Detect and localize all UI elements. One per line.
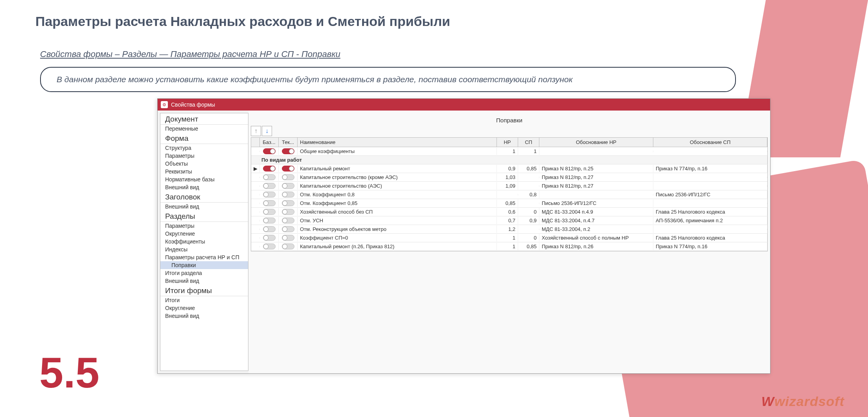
sidebar-item[interactable]: Округление (160, 304, 248, 312)
sidebar-item[interactable]: Параметры расчета НР и СП (160, 253, 248, 261)
sidebar-item[interactable]: Внешний вид (160, 203, 248, 210)
move-down-button[interactable]: ↓ (262, 126, 272, 136)
table-row[interactable]: Отм. Коэффициент 0,80,8Письмо 2536-ИП/12… (251, 190, 767, 199)
sidebar-item[interactable]: Коэффициенты (160, 238, 248, 245)
table-row[interactable]: Капитальный ремонт (п.26, Приказ 812)10,… (251, 242, 767, 251)
toggle-switch[interactable] (263, 235, 276, 241)
cell-ohr: МДС 81-33.2004 п.4.9 (539, 208, 653, 216)
row-marker (251, 211, 260, 213)
cell-baz (260, 165, 279, 172)
sidebar-item[interactable]: Округление (160, 230, 248, 238)
toggle-switch[interactable] (263, 192, 276, 197)
cell-osp (653, 229, 767, 230)
toggle-switch[interactable] (263, 183, 276, 189)
sidebar-item[interactable]: Итоги раздела (160, 269, 248, 277)
breadcrumb: Свойства формы – Разделы — Параметры рас… (40, 49, 340, 59)
toggle-switch[interactable] (282, 174, 294, 180)
toggle-switch[interactable] (263, 244, 276, 249)
sidebar-item[interactable]: Структура (160, 144, 248, 152)
cell-baz (260, 191, 279, 198)
sidebar-item[interactable]: Переменные (160, 125, 248, 133)
sidebar-item[interactable]: Нормативные базы (160, 175, 248, 183)
sidebar-item[interactable]: Параметры (160, 222, 248, 230)
cell-sp (518, 185, 539, 187)
row-marker (251, 237, 260, 239)
cell-ohr (539, 151, 653, 152)
sidebar-item[interactable]: Внешний вид (160, 312, 248, 320)
sidebar-item[interactable]: Внешний вид (160, 277, 248, 285)
sidebar-item[interactable]: Параметры (160, 152, 248, 160)
toggle-switch[interactable] (282, 226, 294, 232)
table-row[interactable]: Хозяйственный способ без СП0,60МДС 81-33… (251, 208, 767, 216)
cell-tek (279, 243, 298, 250)
cell-hr: 1 (497, 234, 518, 242)
move-up-button[interactable]: ↑ (251, 126, 261, 136)
cell-baz (260, 225, 279, 233)
sidebar-item[interactable]: Поправки (160, 261, 248, 269)
table-group-row[interactable]: По видам работ (251, 156, 767, 164)
row-marker: ▶ (251, 165, 260, 172)
table-row[interactable]: Капитальное строительство (кроме АЭС)1,0… (251, 173, 767, 182)
row-marker (251, 229, 260, 230)
toggle-switch[interactable] (282, 166, 294, 172)
table-row[interactable]: ▶Капитальный ремонт0,90,85Приказ N 812/п… (251, 164, 767, 173)
col-header-tek[interactable]: Тек... (279, 138, 298, 147)
cell-sp: 0 (518, 208, 539, 216)
arrow-buttons: ↑ ↓ (251, 126, 768, 136)
col-header-baz[interactable]: Баз... (260, 138, 279, 147)
cell-tek (279, 217, 298, 224)
col-row-marker (251, 138, 260, 147)
main-content: Поправки ↑ ↓ Баз... Тек... Наименование … (248, 111, 770, 373)
cell-ohr: Письмо 2536-ИП/12/ГС (539, 199, 653, 207)
panel-title: Поправки (251, 113, 768, 126)
toggle-switch[interactable] (282, 235, 294, 241)
cell-ohr: Хозяйственный способ с полным НР (539, 234, 653, 242)
cell-baz (260, 234, 279, 242)
app-window: ⚙ Свойства формы ДокументПеременныеФорма… (157, 98, 771, 374)
sidebar-item[interactable]: Реквизиты (160, 168, 248, 175)
toggle-switch[interactable] (282, 218, 294, 223)
toggle-switch[interactable] (263, 166, 276, 172)
info-box: В данном разделе можно установить какие … (40, 67, 736, 92)
toggle-switch[interactable] (263, 226, 276, 232)
table-row[interactable]: Отм. Реконструкция объектов метро1,2МДС … (251, 225, 767, 234)
cell-ohr: Приказ N 812/пр, п.25 (539, 165, 653, 172)
toggle-switch[interactable] (282, 192, 294, 197)
table-row[interactable]: Отм. Коэффициент 0,850,85Письмо 2536-ИП/… (251, 199, 767, 208)
cell-tek (279, 225, 298, 233)
table-row[interactable]: Коэффициент СП=010Хозяйственный способ с… (251, 234, 767, 242)
sidebar-item[interactable]: Индексы (160, 245, 248, 253)
table-row[interactable]: Капитальное строительство (АЭС)1,09Прика… (251, 182, 767, 190)
sidebar-item[interactable]: Итоги (160, 296, 248, 304)
cell-hr: 1 (497, 243, 518, 250)
col-header-hr[interactable]: НР (497, 138, 518, 147)
toggle-switch[interactable] (263, 200, 276, 206)
toggle-switch[interactable] (263, 218, 276, 223)
cell-tek (279, 165, 298, 172)
cell-baz (260, 148, 279, 155)
toggle-switch[interactable] (282, 244, 294, 249)
col-header-osp[interactable]: Обоснование СП (653, 138, 767, 147)
toggle-switch[interactable] (282, 209, 294, 215)
cell-ohr: Приказ N 812/пр, п.26 (539, 243, 653, 250)
col-header-ohr[interactable]: Обоснование НР (539, 138, 653, 147)
cell-name: Отм. Реконструкция объектов метро (298, 225, 497, 233)
table-row[interactable]: Общие коэффициенты11 (251, 147, 767, 156)
toggle-switch[interactable] (282, 183, 294, 189)
sidebar-item[interactable]: Внешний вид (160, 183, 248, 191)
cell-osp: Приказ N 774/пр, п.16 (653, 165, 767, 172)
table-row[interactable]: Отм. УСН0,70,9МДС 81-33.2004, п.4.7АП-55… (251, 216, 767, 225)
app-icon: ⚙ (161, 101, 168, 108)
toggle-switch[interactable] (263, 148, 276, 154)
toggle-switch[interactable] (282, 148, 294, 154)
col-header-sp[interactable]: СП (518, 138, 539, 147)
col-header-name[interactable]: Наименование (298, 138, 497, 147)
row-marker (251, 246, 260, 247)
toggle-switch[interactable] (263, 174, 276, 180)
sidebar-item[interactable]: Объекты (160, 160, 248, 168)
toggle-switch[interactable] (282, 200, 294, 206)
toggle-switch[interactable] (263, 209, 276, 215)
cell-ohr (539, 194, 653, 196)
cell-osp: Приказ N 774/пр, п.16 (653, 243, 767, 250)
cell-name: Капитальный ремонт (298, 165, 497, 172)
